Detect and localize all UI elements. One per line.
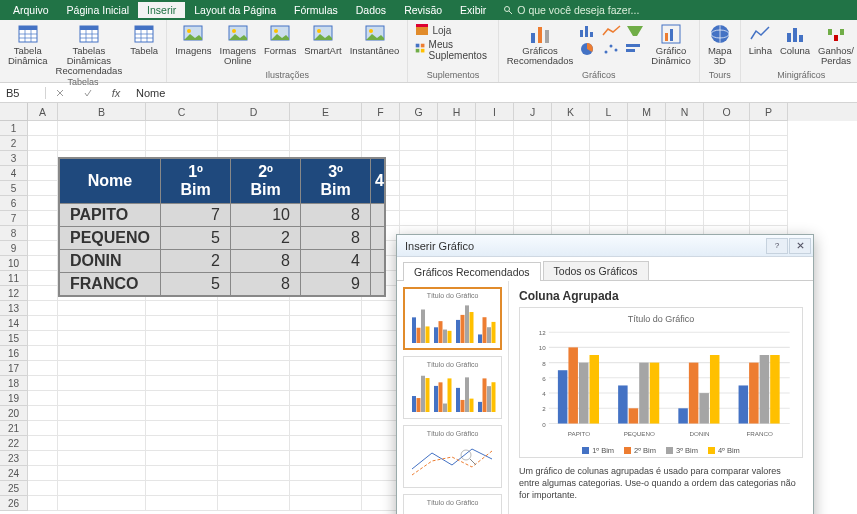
row-header[interactable]: 4	[0, 166, 28, 181]
cell[interactable]	[28, 196, 58, 211]
enter-formula-icon[interactable]	[74, 88, 102, 98]
ribbon-tab-página-inicial[interactable]: Página Inicial	[58, 2, 138, 18]
ribbon-tab-inserir[interactable]: Inserir	[138, 2, 185, 18]
cell[interactable]	[218, 316, 290, 331]
ribbon-tab-dados[interactable]: Dados	[347, 2, 395, 18]
cell[interactable]	[476, 151, 514, 166]
cell[interactable]	[58, 121, 146, 136]
cell[interactable]	[362, 376, 400, 391]
table-cell[interactable]: PEQUENO	[60, 227, 161, 250]
cell[interactable]	[28, 451, 58, 466]
cell[interactable]	[362, 466, 400, 481]
cell[interactable]	[750, 121, 788, 136]
ribbon-tab-exibir[interactable]: Exibir	[451, 2, 495, 18]
cell[interactable]	[400, 166, 438, 181]
cell[interactable]	[218, 406, 290, 421]
mini-btn-2[interactable]: Ganhos/ Perdas	[815, 22, 857, 67]
row-header[interactable]: 1	[0, 121, 28, 136]
table-header[interactable]: 2º Bim	[231, 159, 301, 204]
cell[interactable]	[552, 211, 590, 226]
chart-preview[interactable]: Título do Gráfico 024681012PAPITOPEQUENO…	[519, 307, 803, 458]
cell[interactable]	[552, 181, 590, 196]
cell[interactable]	[514, 196, 552, 211]
row-header[interactable]: 19	[0, 391, 28, 406]
table-header[interactable]: 1º Bim	[161, 159, 231, 204]
cell[interactable]	[552, 136, 590, 151]
cell[interactable]	[750, 151, 788, 166]
cell[interactable]	[628, 211, 666, 226]
cell[interactable]	[590, 166, 628, 181]
row-header[interactable]: 14	[0, 316, 28, 331]
chart-thumbnail-3[interactable]: Título do Gráfico	[403, 494, 502, 514]
cell[interactable]	[28, 301, 58, 316]
cell[interactable]	[58, 331, 146, 346]
help-button[interactable]: ?	[766, 238, 788, 254]
cell[interactable]	[704, 151, 750, 166]
col-header-G[interactable]: G	[400, 103, 438, 121]
name-box[interactable]: B5	[0, 87, 46, 99]
table-cell[interactable]: FRANCO	[60, 273, 161, 296]
col-header-A[interactable]: A	[28, 103, 58, 121]
cell[interactable]	[750, 211, 788, 226]
cell[interactable]	[750, 181, 788, 196]
cell[interactable]	[28, 286, 58, 301]
cell[interactable]	[290, 121, 362, 136]
row-header[interactable]: 21	[0, 421, 28, 436]
line-chart-icon[interactable]	[601, 22, 623, 39]
formula-input[interactable]: Nome	[130, 87, 857, 99]
cell[interactable]	[290, 406, 362, 421]
ribbon-tab-fórmulas[interactable]: Fórmulas	[285, 2, 347, 18]
col-header-F[interactable]: F	[362, 103, 400, 121]
tabela-btn-0[interactable]: Tabela Dinâmica	[5, 22, 51, 67]
cell[interactable]	[218, 346, 290, 361]
cell[interactable]	[146, 391, 218, 406]
table-cell[interactable]: 2	[231, 227, 301, 250]
cell[interactable]	[218, 391, 290, 406]
cell[interactable]	[290, 346, 362, 361]
table-header[interactable]: 3º Bim	[301, 159, 371, 204]
col-header-P[interactable]: P	[750, 103, 788, 121]
cell[interactable]	[628, 121, 666, 136]
table-header[interactable]: 4	[371, 159, 385, 204]
cell[interactable]	[628, 151, 666, 166]
cell[interactable]	[514, 181, 552, 196]
cell[interactable]	[362, 346, 400, 361]
cancel-formula-icon[interactable]	[46, 88, 74, 98]
cell[interactable]	[704, 211, 750, 226]
table-cell[interactable]: DONIN	[60, 250, 161, 273]
cell[interactable]	[28, 166, 58, 181]
cell[interactable]	[28, 346, 58, 361]
cell[interactable]	[552, 196, 590, 211]
cell[interactable]	[290, 481, 362, 496]
cell[interactable]	[590, 211, 628, 226]
table-cell[interactable]: 8	[301, 227, 371, 250]
cell[interactable]	[146, 451, 218, 466]
cell[interactable]	[438, 181, 476, 196]
cell[interactable]	[290, 496, 362, 511]
cell[interactable]	[290, 466, 362, 481]
tab-todos[interactable]: Todos os Gráficos	[543, 261, 649, 280]
cell[interactable]	[28, 436, 58, 451]
cell[interactable]	[58, 466, 146, 481]
cell[interactable]	[476, 121, 514, 136]
cell[interactable]	[552, 166, 590, 181]
table-cell[interactable]: 5	[161, 273, 231, 296]
row-header[interactable]: 23	[0, 451, 28, 466]
meus-suplementos-button[interactable]: Meus Suplementos	[413, 38, 492, 62]
col-header-H[interactable]: H	[438, 103, 476, 121]
cell[interactable]	[58, 136, 146, 151]
cell[interactable]	[362, 391, 400, 406]
cell[interactable]	[476, 211, 514, 226]
cell[interactable]	[514, 211, 552, 226]
cell[interactable]	[362, 136, 400, 151]
cell[interactable]	[218, 496, 290, 511]
cell[interactable]	[58, 451, 146, 466]
row-header[interactable]: 15	[0, 331, 28, 346]
cell[interactable]	[146, 421, 218, 436]
cell[interactable]	[666, 196, 704, 211]
cell[interactable]	[666, 151, 704, 166]
scatter-chart-icon[interactable]	[601, 40, 623, 57]
cell[interactable]	[28, 421, 58, 436]
cell[interactable]	[58, 361, 146, 376]
cell[interactable]	[750, 196, 788, 211]
